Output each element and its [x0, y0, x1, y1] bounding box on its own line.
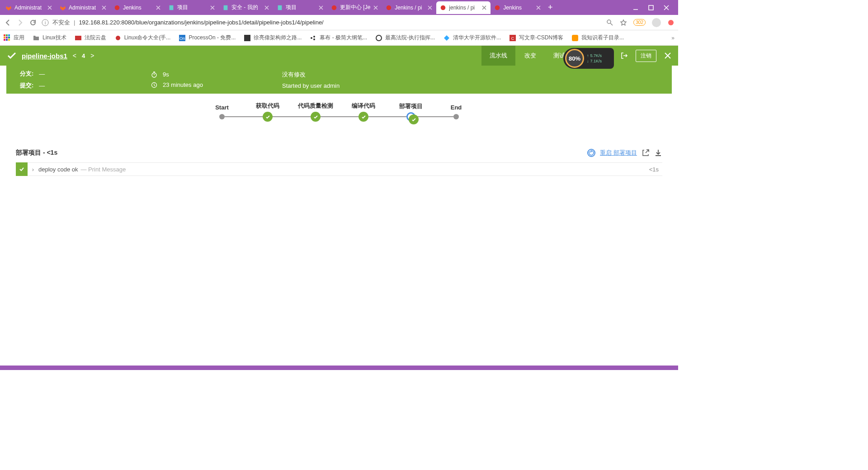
forward-button[interactable] [16, 19, 24, 27]
tab-8[interactable]: Jenkins / pi [382, 1, 436, 14]
bookmark-item[interactable]: Linux技术 [33, 34, 66, 42]
bookmark-item[interactable]: Linux命令大全(手... [114, 34, 171, 42]
close-icon[interactable] [373, 5, 378, 10]
tab-4[interactable]: 项目 [165, 1, 219, 14]
tab-1[interactable]: Administrat [2, 1, 56, 14]
minimize-icon[interactable] [632, 5, 639, 11]
search-icon[interactable] [606, 19, 613, 26]
next-build[interactable]: > [90, 52, 95, 59]
svg-text:i: i [45, 20, 46, 25]
bookmark-item[interactable]: 幕布 - 极简大纲笔... [310, 34, 367, 42]
star-icon[interactable] [620, 19, 627, 26]
close-icon[interactable] [210, 5, 215, 10]
close-icon[interactable] [536, 5, 541, 10]
taskbar [0, 366, 678, 370]
extension-icon[interactable] [667, 19, 675, 26]
jenkins-icon [114, 5, 120, 11]
user-avatar[interactable] [652, 18, 661, 27]
svg-point-15 [311, 37, 312, 39]
gitlab-icon [60, 5, 66, 11]
close-icon[interactable] [101, 5, 107, 10]
svg-rect-5 [649, 5, 653, 10]
close-icon[interactable] [47, 5, 52, 10]
tab-2[interactable]: Administrat [56, 1, 110, 14]
step-success-icon [16, 162, 28, 176]
tab-5[interactable]: 安全 - 我的 [219, 1, 273, 14]
close-icon[interactable] [664, 52, 672, 60]
gitlab-icon [5, 5, 12, 11]
tab-10[interactable]: Jenkins [491, 1, 545, 14]
bookmark-item[interactable]: 我知识看子目录... [571, 34, 624, 42]
site-icon: C [509, 34, 516, 42]
jenkins-icon [386, 5, 392, 11]
apps-button[interactable]: 应用 [4, 34, 24, 42]
chevron-right-icon[interactable]: › [28, 166, 38, 173]
section-title: 部署项目 - <1s [16, 149, 57, 157]
restart-stage-link[interactable]: 重启 部署项目 [600, 149, 637, 157]
bookmarks-overflow[interactable]: » [671, 35, 675, 41]
prev-build[interactable]: < [72, 52, 77, 59]
maximize-icon[interactable] [648, 5, 654, 11]
open-icon[interactable] [642, 149, 650, 157]
back-button[interactable] [4, 19, 12, 27]
jenkins-icon [494, 5, 500, 11]
stage-deploy-selected[interactable]: 部署项目 [406, 112, 415, 121]
upload-speed: ↑ 5.7K/s [587, 53, 602, 58]
pipeline-name[interactable]: pipeline-jobs1 [22, 52, 67, 60]
tab-3[interactable]: Jenkins [110, 1, 165, 14]
bookmark-item[interactable]: C写文章-CSDN博客 [509, 34, 563, 42]
bookmark-item[interactable]: 清华大学开源软件... [443, 34, 501, 42]
pipeline-summary: 分支:— 提交:— 9s 23 minutes ago 没有修改 Started… [0, 66, 678, 94]
tab-7[interactable]: 更新中心 [Je [327, 1, 382, 14]
close-icon[interactable] [481, 5, 487, 10]
bookmark-item[interactable]: OnProcessOn - 免费... [179, 34, 236, 42]
commit-value: — [39, 82, 45, 89]
bookmark-item[interactable]: 徐亮偉架构师之路... [244, 34, 302, 42]
svg-point-4 [495, 5, 500, 10]
branch-label: 分支: [20, 70, 33, 78]
window-controls [626, 5, 676, 11]
step-row[interactable]: › deploy code ok — Print Message <1s [16, 162, 662, 176]
url-field[interactable]: i 不安全 | 192.168.81.220:8080/blue/organiz… [42, 19, 602, 27]
new-tab-button[interactable]: + [545, 2, 556, 13]
close-icon[interactable] [427, 5, 433, 10]
svg-text:On: On [179, 36, 185, 41]
logout-button[interactable]: 注销 [636, 50, 656, 62]
extension-badge[interactable]: 302 [633, 19, 646, 26]
reload-button[interactable] [29, 19, 37, 27]
no-changes: 没有修改 [282, 71, 306, 79]
insecure-label: 不安全 [52, 19, 70, 27]
tab-pipeline[interactable]: 流水线 [481, 46, 515, 66]
address-bar: i 不安全 | 192.168.81.220:8080/blue/organiz… [0, 15, 678, 30]
svg-point-18 [376, 35, 382, 41]
url-text: 192.168.81.220:8080/blue/organizations/j… [79, 19, 323, 26]
site-icon [114, 34, 122, 42]
tab-9-active[interactable]: jenkins / pi [436, 1, 491, 14]
network-monitor[interactable]: 80% ↑ 5.7K/s ↓ 7.1K/s [563, 48, 614, 69]
stage-end[interactable]: End [453, 114, 459, 119]
stage-fetch[interactable]: 获取代码 [263, 112, 273, 122]
bookmark-item[interactable]: 法院云盘 [75, 34, 106, 42]
download-icon[interactable] [654, 149, 662, 157]
svg-point-0 [115, 5, 120, 10]
stage-quality[interactable]: 代码质量检测 [311, 112, 321, 122]
close-icon[interactable] [318, 5, 324, 10]
pipeline-graph: Start 获取代码 代码质量检测 编译代码 部署项目 End [0, 94, 678, 149]
site-icon [443, 34, 450, 42]
stage-start[interactable]: Start [219, 114, 225, 119]
close-icon[interactable] [264, 5, 269, 10]
close-window-icon[interactable] [663, 5, 670, 11]
svg-point-2 [387, 5, 392, 10]
folder-icon [33, 34, 40, 42]
apps-icon [4, 34, 11, 42]
restart-icon[interactable] [587, 149, 595, 157]
tab-changes[interactable]: 改变 [516, 46, 544, 66]
tab-6[interactable]: 项目 [273, 1, 327, 14]
download-speed: ↓ 7.1K/s [587, 59, 602, 63]
stage-compile[interactable]: 编译代码 [359, 112, 368, 122]
exit-icon[interactable] [620, 52, 628, 60]
close-icon[interactable] [156, 5, 161, 10]
svg-point-16 [313, 36, 315, 38]
svg-point-8 [607, 20, 611, 24]
bookmark-item[interactable]: 最高法院-执行指挥... [375, 34, 435, 42]
